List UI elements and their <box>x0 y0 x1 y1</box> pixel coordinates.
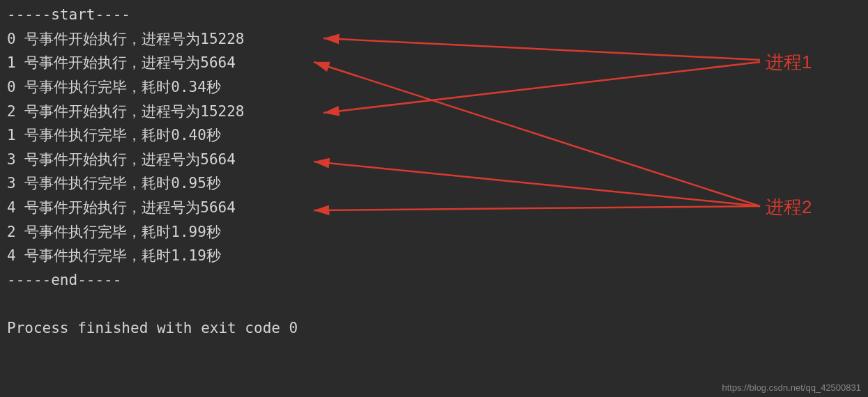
exit-message: Process finished with exit code 0 <box>7 316 861 341</box>
output-line: 1 号事件执行完毕，耗时0.40秒 <box>7 123 861 148</box>
output-line: -----end----- <box>7 268 861 293</box>
output-line: 3 号事件执行完毕，耗时0.95秒 <box>7 171 861 196</box>
output-line: 2 号事件执行完毕，耗时1.99秒 <box>7 220 861 244</box>
annotation-label-1: 进程1 <box>766 50 812 75</box>
output-line: 3 号事件开始执行，进程号为5664 <box>7 148 861 172</box>
output-line: 1 号事件开始执行，进程号为5664 <box>7 51 861 75</box>
terminal-output: -----start---- 0 号事件开始执行，进程号为15228 1 号事件… <box>0 0 868 343</box>
output-line: 0 号事件开始执行，进程号为15228 <box>7 27 861 52</box>
output-line: 2 号事件开始执行，进程号为15228 <box>7 100 861 124</box>
output-line: -----start---- <box>7 3 861 27</box>
watermark: https://blog.csdn.net/qq_42500831 <box>722 382 862 393</box>
output-line: 4 号事件开始执行，进程号为5664 <box>7 196 861 220</box>
annotation-label-2: 进程2 <box>766 195 812 219</box>
output-line: 4 号事件执行完毕，耗时1.19秒 <box>7 244 861 268</box>
output-line: 0 号事件执行完毕，耗时0.34秒 <box>7 75 861 100</box>
